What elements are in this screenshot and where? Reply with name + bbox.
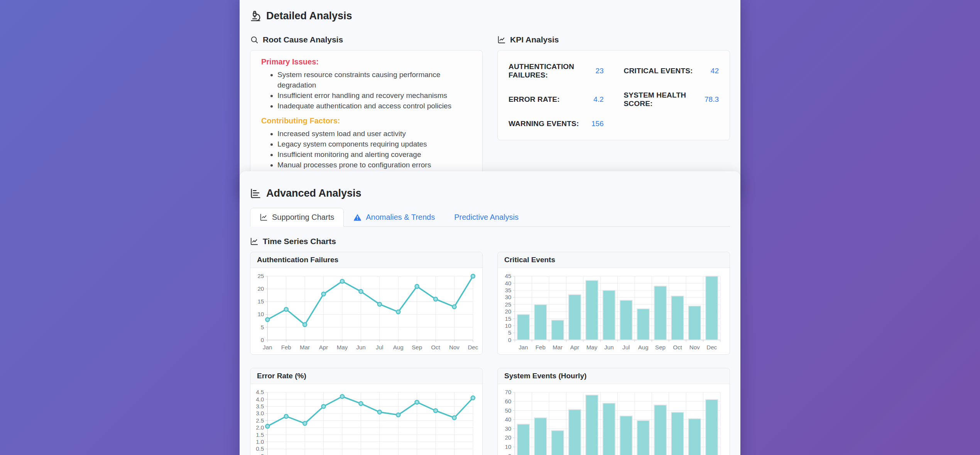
svg-text:Jan: Jan (519, 344, 528, 351)
root-cause-item: Manual processes prone to configuration … (277, 160, 471, 170)
svg-text:0: 0 (261, 337, 264, 343)
svg-text:10: 10 (505, 322, 511, 329)
svg-text:Sep: Sep (655, 344, 666, 351)
kpi-item: WARNING EVENTS: 156 (509, 114, 604, 134)
root-cause-item: Legacy system components requiring updat… (277, 139, 471, 149)
svg-text:20: 20 (505, 434, 511, 441)
chart-svg[interactable]: 00.51.01.52.02.53.03.54.04.5JanFebMarApr… (254, 387, 478, 455)
chart-canvas[interactable]: 00.51.01.52.02.53.03.54.04.5JanFebMarApr… (250, 384, 482, 455)
kpi-item: CRITICAL EVENTS: 42 (624, 57, 719, 85)
svg-text:25: 25 (257, 273, 264, 279)
svg-text:Nov: Nov (449, 344, 460, 351)
root-cause-item: System resource constraints causing perf… (277, 69, 471, 90)
svg-text:Feb: Feb (281, 344, 291, 351)
svg-text:15: 15 (257, 298, 264, 305)
tab-predictive-analysis[interactable]: Predictive Analysis (444, 208, 528, 227)
chart-svg[interactable]: 051015202530354045JanFebMarAprMayJunJulA… (502, 271, 726, 353)
chart-panel-header: Authentication Failures (250, 252, 482, 268)
chart-panel-title: System Events (Hourly) (504, 372, 723, 380)
svg-text:25: 25 (505, 301, 511, 308)
svg-text:10: 10 (505, 443, 511, 450)
svg-text:30: 30 (505, 294, 511, 300)
svg-text:2.5: 2.5 (256, 417, 264, 424)
chart-panel-title: Authentication Failures (257, 256, 476, 264)
svg-text:45: 45 (505, 273, 511, 279)
svg-text:1.0: 1.0 (256, 438, 264, 445)
kpi-value: 4.2 (593, 95, 603, 104)
svg-text:Oct: Oct (673, 344, 682, 351)
kpi-panel: AUTHENTICATION FAILURES: 23 CRITICAL EVE… (497, 50, 730, 140)
root-cause-list: System resource constraints causing perf… (261, 69, 471, 111)
root-cause-title-row: Root Cause Analysis (250, 35, 483, 44)
kpi-item: SYSTEM HEALTH SCORE: 78.3 (624, 85, 719, 114)
root-cause-section: Root Cause Analysis Primary Issues: Syst… (250, 35, 483, 184)
chart-panel-title: Critical Events (504, 256, 723, 264)
svg-text:35: 35 (505, 287, 511, 293)
svg-text:Aug: Aug (393, 344, 404, 351)
kpi-value: 156 (591, 120, 604, 128)
tab-anomalies-trends[interactable]: Anomalies & Trends (344, 208, 444, 227)
root-cause-group: Primary Issues: System resource constrai… (261, 57, 471, 111)
detailed-analysis-title: Detailed Analysis (266, 10, 352, 22)
chart-panel-header: Error Rate (%) (250, 368, 482, 384)
kpi-value: 42 (711, 67, 719, 75)
root-cause-list: Increased system load and user activityL… (261, 128, 471, 170)
root-cause-item: Inadequate authentication and access con… (277, 101, 471, 111)
tab-label: Supporting Charts (272, 213, 334, 222)
chart-svg[interactable]: 0510152025JanFebMarAprMayJunJulAugSepOct… (254, 271, 478, 353)
root-cause-item: Insufficient monitoring and alerting cov… (277, 149, 471, 160)
svg-text:Feb: Feb (536, 344, 546, 351)
svg-text:3.0: 3.0 (256, 410, 264, 416)
time-series-title-row: Time Series Charts (250, 237, 730, 246)
time-series-title: Time Series Charts (263, 237, 336, 246)
chart-panel-header: System Events (Hourly) (498, 368, 730, 384)
tab-supporting-charts[interactable]: Supporting Charts (250, 208, 344, 227)
chart-svg[interactable]: 010203040506070JanFebMarAprMayJunJulAugS… (502, 387, 726, 455)
search-icon (250, 35, 259, 44)
kpi-grid: AUTHENTICATION FAILURES: 23 CRITICAL EVE… (509, 57, 719, 134)
svg-text:15: 15 (505, 315, 511, 322)
svg-text:Jun: Jun (356, 344, 365, 351)
advanced-analysis-title: Advanced Analysis (266, 187, 362, 199)
svg-text:0: 0 (261, 453, 264, 455)
svg-text:5: 5 (261, 324, 264, 330)
detailed-analysis-columns: Root Cause Analysis Primary Issues: Syst… (250, 35, 730, 184)
chart-line-icon (260, 213, 268, 221)
svg-text:50: 50 (505, 407, 511, 414)
kpi-section: KPI Analysis AUTHENTICATION FAILURES: 23… (497, 35, 730, 140)
analysis-tab-bar: Supporting Charts Anomalies & Trends Pre… (250, 208, 730, 227)
svg-text:Jul: Jul (622, 344, 630, 351)
kpi-label: ERROR RATE: (509, 95, 560, 104)
chart-canvas[interactable]: 0510152025JanFebMarAprMayJunJulAugSepOct… (250, 268, 482, 354)
chart-canvas[interactable]: 051015202530354045JanFebMarAprMayJunJulA… (498, 268, 730, 354)
kpi-value: 78.3 (705, 95, 719, 104)
svg-text:Jul: Jul (376, 344, 383, 351)
svg-text:Oct: Oct (431, 344, 440, 351)
svg-text:5: 5 (508, 329, 511, 336)
svg-text:Mar: Mar (300, 344, 310, 351)
svg-text:Dec: Dec (468, 344, 478, 351)
svg-text:40: 40 (505, 416, 511, 423)
svg-text:Mar: Mar (553, 344, 563, 351)
svg-text:60: 60 (505, 398, 511, 404)
svg-text:0: 0 (508, 337, 511, 343)
svg-text:Sep: Sep (412, 344, 422, 351)
root-cause-group: Contributing Factors: Increased system l… (261, 116, 471, 170)
kpi-label: WARNING EVENTS: (509, 120, 579, 128)
kpi-label: AUTHENTICATION FAILURES: (509, 62, 595, 79)
kpi-item: AUTHENTICATION FAILURES: 23 (509, 57, 604, 85)
detailed-analysis-card: Detailed Analysis Root Cause Analysis Pr… (240, 0, 740, 193)
svg-text:0.5: 0.5 (256, 445, 264, 452)
root-cause-title: Root Cause Analysis (263, 35, 343, 44)
chart-canvas[interactable]: 010203040506070JanFebMarAprMayJunJulAugS… (498, 384, 730, 455)
svg-text:70: 70 (505, 389, 511, 395)
chart-panel-critical-events: Critical Events 051015202530354045JanFeb… (497, 252, 730, 355)
svg-text:Jun: Jun (604, 344, 613, 351)
svg-text:10: 10 (257, 311, 264, 318)
kpi-label: CRITICAL EVENTS: (624, 67, 693, 75)
tab-label: Anomalies & Trends (366, 213, 435, 222)
chart-panel-error-rate: Error Rate (%) 00.51.01.52.02.53.03.54.0… (250, 368, 483, 455)
chart-line-icon (250, 237, 259, 246)
svg-text:2.0: 2.0 (256, 424, 264, 431)
bar-chart-icon (250, 188, 261, 199)
